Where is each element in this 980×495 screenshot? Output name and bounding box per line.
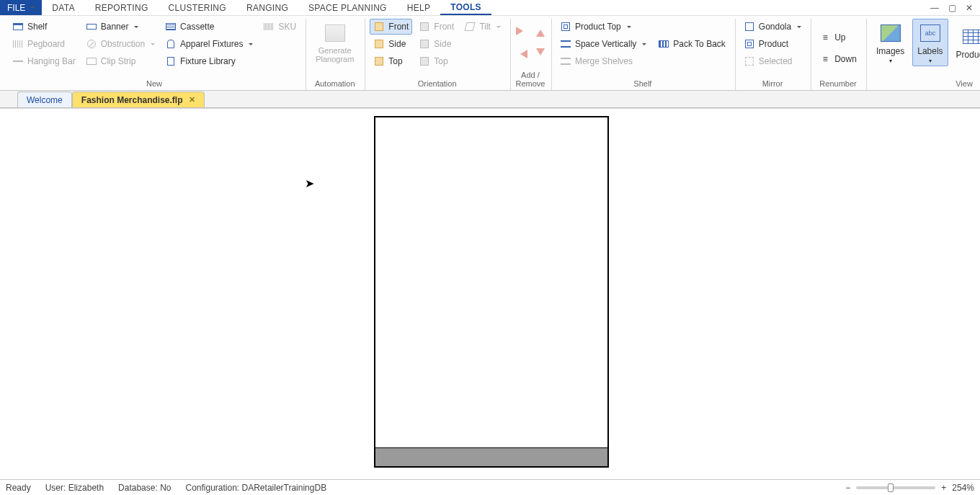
orientation-top-button[interactable]: Top — [370, 53, 412, 69]
pack-to-back-button[interactable]: Pack To Back — [654, 36, 729, 52]
labels-icon: abc — [920, 24, 940, 42]
merge-shelves-button: Merge Shelves — [556, 53, 729, 69]
group-new: Shelf Pegboard Hanging Bar Banner Obstru… — [4, 19, 306, 90]
cap-front-button: Front — [415, 19, 458, 35]
group-label-view: View — [871, 77, 980, 90]
new-shelf-button[interactable]: Shelf — [9, 19, 79, 35]
window-controls: — ▢ ✕ — [930, 0, 980, 15]
tab-close-icon[interactable]: ✕ — [189, 95, 195, 104]
new-clip-strip-button: Clip Strip — [82, 53, 159, 69]
group-label-renumber: Renumber — [816, 77, 860, 90]
menu-file[interactable]: FILE — [0, 0, 42, 15]
space-vertically-button[interactable]: Space Vertically — [556, 36, 650, 52]
zoom-value: 254% — [952, 483, 974, 493]
add-up-button — [535, 23, 545, 39]
status-user: User: Elizabeth — [45, 483, 104, 493]
add-down-button — [535, 46, 545, 62]
tilt-button: Tilt — [460, 19, 504, 35]
cursor-icon: ➤ — [305, 177, 314, 190]
zoom-slider[interactable] — [856, 486, 935, 489]
cap-top-button: Top — [415, 53, 458, 69]
gondola-base — [375, 447, 607, 466]
mirror-gondola-button[interactable]: Gondola — [740, 19, 805, 35]
group-shelf: Product Top Space Vertically Pack To Bac… — [552, 19, 736, 90]
close-icon[interactable]: ✕ — [964, 3, 974, 13]
arrow-left-icon — [516, 50, 527, 58]
menu-clustering[interactable]: CLUSTERING — [159, 0, 236, 15]
product-top-button[interactable]: Product Top — [556, 19, 729, 35]
renumber-up-button[interactable]: ≡Up — [816, 30, 860, 45]
ribbon: Shelf Pegboard Hanging Bar Banner Obstru… — [0, 16, 980, 91]
menu-data[interactable]: DATA — [42, 0, 84, 15]
add-left-button — [515, 46, 528, 62]
group-automation: GeneratePlanogram Automation — [306, 19, 365, 90]
group-label-orientation: Orientation — [370, 77, 504, 90]
arrow-down-icon — [536, 48, 545, 60]
group-add-remove: Add / Remove — [511, 19, 552, 90]
new-apparel-fixtures-button[interactable]: Apparel Fixtures — [161, 36, 257, 52]
view-images-button[interactable]: Images▾ — [871, 19, 909, 66]
new-cassette-button[interactable]: Cassette — [161, 19, 257, 35]
menu-bar: FILE DATA REPORTING CLUSTERING RANGING S… — [0, 0, 980, 16]
generate-planogram-button: GeneratePlanogram — [311, 19, 359, 66]
status-ready: Ready — [6, 483, 31, 493]
menu-reporting[interactable]: REPORTING — [85, 0, 159, 15]
new-banner-button[interactable]: Banner — [82, 19, 159, 35]
arrow-up-icon — [536, 25, 545, 37]
renumber-down-button[interactable]: ≡Down — [816, 51, 860, 67]
menu-ranging[interactable]: RANGING — [236, 0, 298, 15]
status-database: Database: No — [118, 483, 171, 493]
zoom-control: − + 254% — [845, 483, 974, 493]
new-fixture-library-button[interactable]: Fixture Library — [161, 53, 257, 69]
new-pegboard-button: Pegboard — [9, 36, 79, 52]
canvas[interactable]: ➤ — [0, 108, 980, 479]
group-mirror: Gondola Product Selected Mirror — [736, 19, 811, 90]
menu-help[interactable]: HELP — [397, 0, 441, 15]
zoom-out-button[interactable]: − — [845, 483, 850, 493]
menu-tools[interactable]: TOOLS — [440, 0, 491, 15]
view-labels-button[interactable]: abc Labels▾ — [912, 19, 948, 66]
tab-welcome[interactable]: Welcome — [17, 92, 72, 107]
menu-space-planning[interactable]: SPACE PLANNING — [298, 0, 397, 15]
orientation-side-button[interactable]: Side — [370, 36, 412, 52]
group-label-new: New — [9, 77, 300, 90]
cap-side-button: Side — [415, 36, 458, 52]
new-sku-button: SKU — [259, 19, 300, 35]
maximize-icon[interactable]: ▢ — [947, 3, 957, 13]
group-label-automation: Automation — [311, 77, 359, 90]
images-icon — [881, 24, 901, 42]
new-obstruction-button: Obstruction — [82, 36, 159, 52]
status-configuration: Configuration: DARetailerTrainingDB — [185, 483, 326, 493]
group-view: Images▾ abc Labels▾ Products Transparent… — [867, 19, 980, 90]
group-renumber: ≡Up ≡Down Renumber — [811, 19, 867, 90]
tab-fashion-merchandise[interactable]: Fashion Merchandise.flp ✕ — [72, 92, 205, 107]
new-hanging-bar-button: Hanging Bar — [9, 53, 79, 69]
generate-icon — [325, 24, 345, 42]
group-label-shelf: Shelf — [556, 77, 729, 90]
arrow-right-icon — [516, 27, 527, 35]
group-orientation: Front Side Top Front Side Top Tilt Orien… — [365, 19, 511, 90]
status-bar: Ready User: Elizabeth Database: No Confi… — [0, 479, 980, 495]
minimize-icon[interactable]: — — [930, 3, 940, 13]
orientation-front-button[interactable]: Front — [370, 19, 412, 35]
group-label-mirror: Mirror — [740, 77, 805, 90]
products-icon — [963, 30, 980, 44]
mirror-product-button[interactable]: Product — [740, 36, 805, 52]
view-products-button[interactable]: Products — [951, 19, 980, 66]
group-label-add-remove: Add / Remove — [515, 68, 545, 90]
add-right-button — [515, 23, 528, 39]
document-tabs: Welcome Fashion Merchandise.flp ✕ — [0, 91, 980, 108]
mirror-selected-button: Selected — [740, 53, 805, 69]
zoom-in-button[interactable]: + — [941, 483, 946, 493]
planogram-gondola[interactable] — [374, 116, 609, 468]
